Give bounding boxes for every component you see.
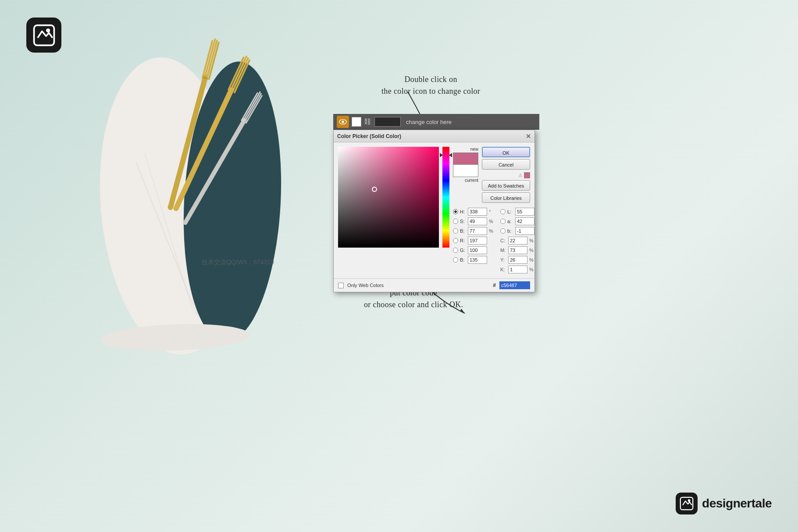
hex-input[interactable] xyxy=(499,281,530,289)
layer-color-swatch-white xyxy=(352,117,361,127)
L-radio[interactable] xyxy=(500,209,506,214)
logo-topleft xyxy=(26,18,61,53)
new-color-swatch xyxy=(453,153,478,165)
color-picker-dialog: Color Picker (Solid Color) ✕ new xyxy=(333,130,535,292)
add-to-swatches-button[interactable]: Add to Swatches xyxy=(482,180,530,191)
color-libraries-button[interactable]: Color Libraries xyxy=(482,192,530,203)
svg-point-6 xyxy=(100,322,250,353)
saturation-input-row: S: % xyxy=(453,217,495,226)
lab-cmyk-inputs: L: a: b: xyxy=(500,207,535,274)
brightness-radio[interactable] xyxy=(453,228,458,234)
brightness-field[interactable] xyxy=(468,227,487,235)
hue-slider[interactable] xyxy=(442,147,449,248)
green-input-row: G: xyxy=(453,246,495,255)
M-input-row: M: % xyxy=(500,246,535,255)
a-field[interactable] xyxy=(515,217,534,225)
logo-bottomright-svg xyxy=(679,496,694,511)
ps-layer-bar: ⛓ change color here xyxy=(333,114,539,130)
color-picker-title: Color Picker (Solid Color) xyxy=(337,133,401,139)
red-field[interactable] xyxy=(468,237,487,245)
L-field[interactable] xyxy=(515,208,534,216)
alert-row: ⚠ xyxy=(482,172,530,178)
ok-button[interactable]: OK xyxy=(482,147,530,157)
M-label: M: xyxy=(500,248,506,253)
C-label: C: xyxy=(500,238,506,243)
blue-radio[interactable] xyxy=(453,257,458,262)
K-unit: % xyxy=(529,267,535,272)
saturation-radio[interactable] xyxy=(453,219,458,224)
brightness-input-row: B: % xyxy=(453,227,495,235)
blue-field[interactable] xyxy=(468,256,487,264)
color-preview-block: new current xyxy=(453,147,478,183)
color-picker-title-bar: Color Picker (Solid Color) ✕ xyxy=(334,130,534,142)
b-radio[interactable] xyxy=(500,228,506,234)
napkin-image xyxy=(75,31,329,381)
red-input-row: R: xyxy=(453,236,495,245)
color-picker-close-button[interactable]: ✕ xyxy=(526,133,531,140)
C-field[interactable] xyxy=(508,237,527,245)
hue-input-row: H: ° xyxy=(453,207,495,216)
color-picker-body: new current OK Cancel ⚠ Add to Swatch xyxy=(334,142,534,278)
red-radio[interactable] xyxy=(453,238,458,243)
alert-icon: ⚠ xyxy=(518,173,523,178)
layer-mask-thumbnail xyxy=(374,117,401,127)
saturation-unit: % xyxy=(489,219,495,224)
only-web-colors-label: Only Web Colors xyxy=(347,283,384,288)
alert-color-swatch xyxy=(524,172,530,178)
a-radio[interactable] xyxy=(500,219,506,224)
hue-slider-arrow-right xyxy=(449,153,452,157)
current-label: current xyxy=(453,178,478,183)
blue-input-row: B: xyxy=(453,255,495,264)
brightness-unit: % xyxy=(489,228,495,234)
chain-icon: ⛓ xyxy=(364,118,372,126)
M-field[interactable] xyxy=(508,246,527,254)
green-radio[interactable] xyxy=(453,248,458,253)
K-field[interactable] xyxy=(508,266,527,273)
layer-name-label: change color here xyxy=(406,119,536,125)
only-web-colors-checkbox[interactable] xyxy=(338,283,344,288)
logo-bottomright: designertale xyxy=(676,493,772,514)
K-label: K: xyxy=(500,267,506,272)
a-input-row: a: xyxy=(500,217,535,226)
C-unit: % xyxy=(529,238,535,243)
cancel-button[interactable]: Cancel xyxy=(482,159,530,170)
logo-topleft-icon xyxy=(32,23,56,47)
ps-panel-wrapper: ⛓ change color here Color Picker (Solid … xyxy=(333,114,539,292)
layer-visibility-button[interactable] xyxy=(337,116,349,128)
cp-buttons-area: OK Cancel ⚠ Add to Swatches Color Librar… xyxy=(482,147,530,203)
brightness-label: B: xyxy=(460,228,466,234)
hue-slider-arrow-left xyxy=(440,153,443,157)
hue-label: H: xyxy=(460,209,466,214)
color-cursor xyxy=(372,187,377,192)
watermark: 技术交流QQ/WX：674319 xyxy=(202,259,274,266)
new-label: new xyxy=(453,147,478,152)
L-label: L: xyxy=(507,209,513,214)
current-color-swatch xyxy=(453,165,478,177)
color-gradient-picker[interactable] xyxy=(338,147,439,248)
green-label: G: xyxy=(460,248,466,253)
Y-field[interactable] xyxy=(508,256,527,264)
svg-point-1 xyxy=(46,28,50,32)
b-field[interactable] xyxy=(515,227,534,235)
annotation-top: Double click on the color icon to change… xyxy=(381,74,480,97)
hsb-rgb-inputs: H: ° S: % B: xyxy=(453,207,495,274)
saturation-label: S: xyxy=(460,219,466,224)
L-input-row: L: xyxy=(500,207,535,216)
Y-input-row: Y: % xyxy=(500,255,535,264)
svg-point-23 xyxy=(342,121,344,123)
hue-field[interactable] xyxy=(468,208,487,216)
hex-hash: # xyxy=(493,282,496,288)
logo-bottomright-icon xyxy=(676,493,698,514)
red-label: R: xyxy=(460,238,466,243)
K-input-row: K: % xyxy=(500,265,535,274)
blue-label: B: xyxy=(460,257,466,262)
color-picker-bottom: Only Web Colors # xyxy=(334,278,534,292)
saturation-field[interactable] xyxy=(468,217,487,225)
a-label: a: xyxy=(507,219,513,224)
color-inputs-area: H: ° S: % B: xyxy=(453,207,535,274)
green-field[interactable] xyxy=(468,246,487,254)
Y-label: Y: xyxy=(500,257,506,262)
hue-radio[interactable] xyxy=(453,209,458,214)
Y-unit: % xyxy=(529,257,535,262)
cp-right-panel: new current OK Cancel ⚠ Add to Swatch xyxy=(453,147,535,274)
